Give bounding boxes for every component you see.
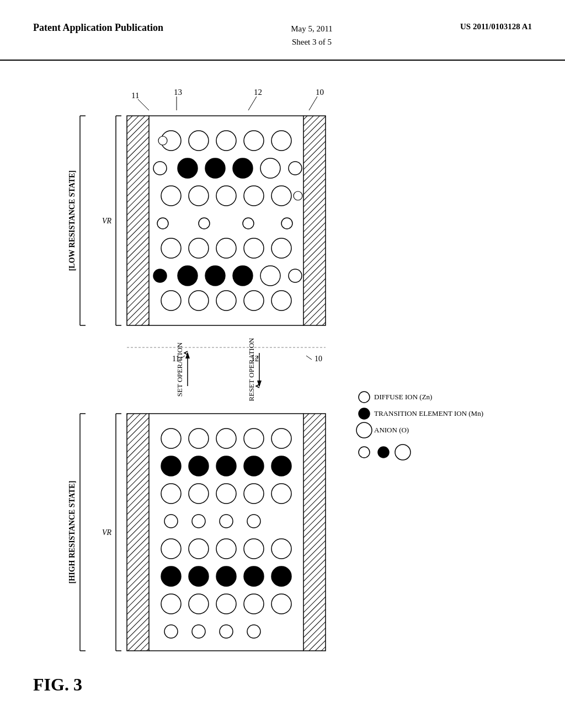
- svg-rect-72: [127, 414, 149, 651]
- svg-point-25: [161, 238, 181, 258]
- sheet-info: Sheet 3 of 5: [292, 38, 332, 46]
- svg-point-126: [356, 422, 372, 438]
- svg-point-10: [153, 162, 167, 175]
- svg-point-17: [189, 186, 209, 206]
- svg-point-110: [164, 625, 178, 638]
- svg-point-12: [205, 158, 225, 178]
- svg-text:11: 11: [131, 91, 139, 100]
- publication-title: Patent Application Publication: [33, 22, 163, 34]
- fig-label: FIG. 3: [33, 675, 82, 695]
- main-content: 11 13 12 10 VR [LOW RESISTANCE STATE]: [0, 61, 565, 728]
- svg-point-100: [161, 566, 181, 586]
- svg-line-43: [138, 99, 149, 110]
- svg-point-19: [244, 186, 264, 206]
- svg-point-13: [233, 158, 253, 178]
- svg-point-29: [271, 238, 291, 258]
- svg-point-99: [271, 539, 291, 559]
- svg-point-23: [243, 218, 254, 229]
- svg-rect-2: [303, 116, 326, 325]
- svg-point-124: [359, 408, 370, 419]
- svg-text:[HIGH RESISTANCE STATE]: [HIGH RESISTANCE STATE]: [68, 481, 76, 584]
- svg-point-32: [205, 266, 225, 286]
- svg-point-6: [189, 131, 209, 151]
- svg-point-27: [216, 238, 236, 258]
- svg-point-108: [244, 594, 264, 614]
- svg-point-41: [158, 136, 167, 145]
- svg-text:11: 11: [172, 355, 179, 363]
- svg-text:10: 10: [315, 355, 322, 363]
- svg-point-26: [189, 238, 209, 258]
- svg-point-105: [161, 594, 181, 614]
- svg-point-91: [164, 515, 178, 528]
- svg-point-128: [359, 447, 370, 458]
- svg-point-94: [247, 515, 260, 528]
- svg-point-113: [247, 625, 260, 638]
- svg-point-93: [220, 515, 233, 528]
- svg-marker-64: [257, 381, 262, 387]
- svg-point-103: [244, 566, 264, 586]
- svg-point-80: [271, 429, 291, 448]
- svg-point-92: [192, 515, 205, 528]
- svg-point-104: [271, 566, 291, 586]
- svg-point-31: [178, 266, 198, 286]
- svg-point-86: [161, 484, 181, 504]
- svg-point-8: [244, 131, 264, 151]
- svg-point-30: [153, 269, 167, 282]
- svg-point-20: [271, 186, 291, 206]
- svg-point-88: [216, 484, 236, 504]
- svg-rect-73: [303, 414, 326, 651]
- svg-point-89: [244, 484, 264, 504]
- svg-line-49: [309, 97, 317, 110]
- svg-point-38: [216, 291, 236, 311]
- svg-point-106: [189, 594, 209, 614]
- svg-point-107: [216, 594, 236, 614]
- svg-point-111: [192, 625, 205, 638]
- svg-point-82: [189, 456, 209, 476]
- svg-point-18: [216, 186, 236, 206]
- svg-text:RESET OPERATION: RESET OPERATION: [247, 338, 255, 402]
- svg-point-40: [271, 291, 291, 311]
- svg-point-130: [395, 445, 411, 460]
- svg-text:DIFFUSE ION (Zn): DIFFUSE ION (Zn): [374, 393, 432, 401]
- svg-point-96: [189, 539, 209, 559]
- svg-point-90: [271, 484, 291, 504]
- svg-point-14: [260, 158, 280, 178]
- svg-line-70: [306, 356, 312, 360]
- svg-point-98: [244, 539, 264, 559]
- svg-point-97: [216, 539, 236, 559]
- date: May 5, 2011: [291, 24, 333, 33]
- svg-point-24: [281, 218, 292, 229]
- svg-point-81: [161, 456, 181, 476]
- header-center: May 5, 2011 Sheet 3 of 5: [291, 22, 333, 49]
- svg-point-16: [161, 186, 181, 206]
- svg-text:13: 13: [174, 88, 182, 97]
- svg-line-47: [248, 97, 257, 110]
- svg-point-7: [216, 131, 236, 151]
- patent-number: US 2011/0103128 A1: [460, 22, 532, 31]
- svg-point-42: [294, 191, 302, 200]
- svg-rect-1: [127, 116, 149, 325]
- svg-text:10: 10: [316, 88, 324, 97]
- svg-point-87: [189, 484, 209, 504]
- page-header: Patent Application Publication May 5, 20…: [0, 0, 565, 61]
- svg-point-9: [271, 131, 291, 151]
- svg-point-33: [233, 266, 253, 286]
- svg-text:12: 12: [254, 88, 262, 97]
- svg-point-76: [161, 429, 181, 448]
- svg-point-78: [216, 429, 236, 448]
- svg-point-34: [260, 266, 280, 286]
- svg-text:TRANSITION ELEMENT ION (Mn): TRANSITION ELEMENT ION (Mn): [374, 409, 483, 417]
- svg-point-77: [189, 429, 209, 448]
- svg-point-35: [289, 269, 302, 282]
- svg-point-101: [189, 566, 209, 586]
- svg-marker-62: [185, 352, 190, 358]
- svg-text:VR: VR: [102, 217, 112, 225]
- svg-point-112: [220, 625, 233, 638]
- svg-point-109: [271, 594, 291, 614]
- svg-point-95: [161, 539, 181, 559]
- svg-point-39: [244, 291, 264, 311]
- svg-text:VR: VR: [102, 528, 112, 537]
- svg-point-85: [271, 456, 291, 476]
- svg-point-122: [359, 392, 370, 403]
- svg-point-83: [216, 456, 236, 476]
